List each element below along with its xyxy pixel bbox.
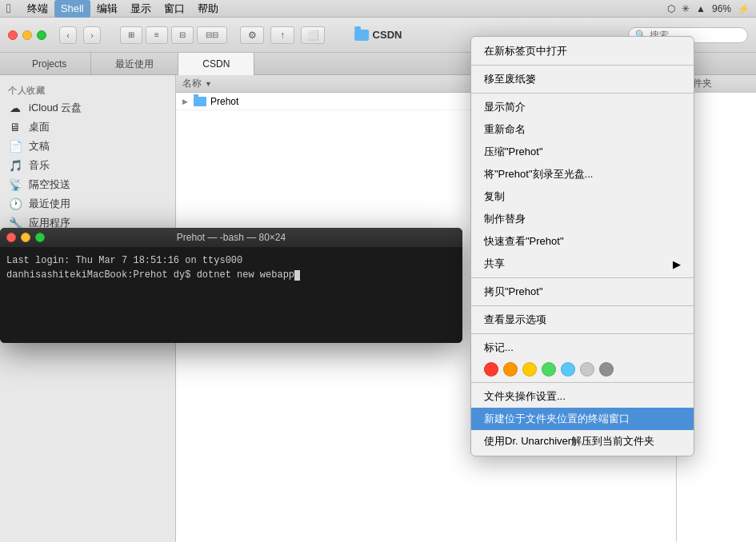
- wifi-icon: ▲: [696, 3, 706, 14]
- ctx-alias[interactable]: 制作替身: [471, 208, 694, 230]
- ctx-separator-3: [471, 277, 694, 278]
- terminal-line-2: danhisashitekiMacBook:Prehot dy$ dotnet …: [6, 268, 456, 282]
- share-button[interactable]: ↑: [270, 26, 294, 44]
- color-green[interactable]: [542, 362, 556, 377]
- ctx-separator-2: [471, 93, 694, 94]
- sidebar-label-desktop: 桌面: [29, 120, 50, 134]
- ctx-separator-5: [471, 333, 694, 334]
- menubar-status: ⬡ ✳ ▲ 96% ⚡: [667, 3, 750, 14]
- traffic-lights: [8, 30, 46, 40]
- bluetooth-icon: ✳: [682, 3, 690, 14]
- window-title: CSDN: [373, 29, 402, 41]
- icloud-icon: ☁: [8, 102, 22, 114]
- action-button[interactable]: ⚙: [240, 26, 264, 44]
- tab-recent[interactable]: 最近使用: [91, 53, 178, 75]
- menubar-terminal[interactable]: 终端: [21, 0, 54, 18]
- terminal-maximize-button[interactable]: [35, 233, 45, 242]
- ctx-trash[interactable]: 移至废纸篓: [471, 68, 694, 90]
- menubar:  终端 Shell 编辑 显示 窗口 帮助 ⬡ ✳ ▲ 96% ⚡: [0, 0, 756, 18]
- ctx-folder-actions[interactable]: 文件夹操作设置...: [471, 385, 694, 408]
- terminal-cursor: [294, 270, 300, 281]
- view-controls: ⊞ ≡ ⊟ ⊟⊟: [120, 26, 227, 44]
- forward-button[interactable]: ›: [83, 26, 101, 44]
- color-gray-light[interactable]: [580, 362, 594, 377]
- file-name: Prehot: [210, 96, 238, 107]
- expand-arrow-icon[interactable]: ▶: [182, 98, 188, 106]
- ctx-share[interactable]: 共享 ▶: [471, 253, 694, 275]
- terminal-body[interactable]: Last login: Thu Mar 7 18:51:16 on ttys00…: [0, 247, 462, 343]
- maximize-button[interactable]: [37, 30, 46, 40]
- list-view-btn[interactable]: ≡: [146, 26, 168, 44]
- documents-icon: 📄: [8, 140, 22, 153]
- ctx-copy[interactable]: 复制: [471, 185, 694, 208]
- ctx-unarchiver[interactable]: 使用Dr. Unarchiver解压到当前文件夹: [471, 430, 694, 452]
- terminal-prompt: danhisashitekiMacBook:Prehot dy$ dotnet …: [6, 269, 294, 281]
- battery-level: 96%: [712, 3, 731, 14]
- sidebar-label-icloud: iCloud 云盘: [29, 101, 82, 115]
- col-name-label: 名称: [182, 77, 202, 90]
- icon-view-btn[interactable]: ⊞: [120, 26, 142, 44]
- ctx-share-label: 共享: [484, 257, 505, 271]
- folder-icon: [194, 97, 206, 106]
- sort-arrow-icon: ▼: [205, 80, 212, 88]
- minimize-button[interactable]: [22, 30, 32, 40]
- terminal-line-1: Last login: Thu Mar 7 18:51:16 on ttys00…: [6, 253, 456, 268]
- ctx-info[interactable]: 显示简介: [471, 96, 694, 118]
- ctx-separator-1: [471, 65, 694, 66]
- color-yellow[interactable]: [522, 362, 537, 377]
- cover-flow-btn[interactable]: ⊟⊟: [197, 26, 227, 44]
- ctx-separator-6: [471, 382, 694, 383]
- ctx-compress[interactable]: 压缩"Prehot": [471, 141, 694, 163]
- ctx-tag[interactable]: 标记...: [471, 337, 694, 359]
- ctx-new-terminal[interactable]: 新建位于文件夹位置的终端窗口: [471, 408, 694, 430]
- col-header-name[interactable]: 名称 ▼: [176, 75, 480, 92]
- ctx-quick-look[interactable]: 快速查看"Prehot": [471, 230, 694, 253]
- sidebar-item-airdrop[interactable]: 📡 隔空投送: [0, 175, 175, 194]
- menubar-view[interactable]: 显示: [124, 0, 158, 18]
- context-menu: 在新标签页中打开 移至废纸篓 显示简介 重新命名 压缩"Prehot" 将"Pr…: [470, 36, 694, 456]
- back-button[interactable]: ‹: [59, 26, 77, 44]
- menubar-help[interactable]: 帮助: [191, 0, 225, 18]
- sidebar-label-airdrop: 隔空投送: [29, 177, 70, 192]
- airdrop-icon: 📡: [8, 178, 22, 191]
- sidebar-item-documents[interactable]: 📄 文稿: [0, 137, 175, 156]
- terminal-minimize-button[interactable]: [21, 233, 30, 242]
- ctx-copy-prehot[interactable]: 拷贝"Prehot": [471, 281, 694, 303]
- ctx-open-tab[interactable]: 在新标签页中打开: [471, 40, 694, 62]
- toolbar-title: CSDN: [354, 29, 402, 41]
- file-name-cell: ▶ Prehot: [176, 93, 480, 110]
- tab-projects[interactable]: Projects: [8, 53, 91, 75]
- apple-menu[interactable]: : [6, 2, 11, 16]
- terminal-window: Prehot — -bash — 80×24 Last login: Thu M…: [0, 228, 462, 343]
- ctx-view-options[interactable]: 查看显示选项: [471, 309, 694, 331]
- sidebar-item-icloud[interactable]: ☁ iCloud 云盘: [0, 98, 175, 118]
- music-icon: 🎵: [8, 159, 22, 172]
- close-button[interactable]: [8, 30, 18, 40]
- menubar-window[interactable]: 窗口: [158, 0, 191, 18]
- sidebar-label-music: 音乐: [29, 158, 50, 173]
- tab-csdn[interactable]: CSDN: [178, 53, 254, 75]
- menubar-edit[interactable]: 编辑: [90, 0, 124, 18]
- color-red[interactable]: [484, 362, 498, 377]
- sidebar-label-documents: 文稿: [29, 139, 50, 153]
- tag-button[interactable]: ⬜: [301, 26, 325, 44]
- sidebar-item-music[interactable]: 🎵 音乐: [0, 156, 175, 175]
- color-gray-dark[interactable]: [599, 362, 614, 377]
- ctx-color-picker[interactable]: [471, 359, 694, 380]
- sidebar-item-desktop[interactable]: 🖥 桌面: [0, 118, 175, 137]
- folder-icon: [354, 30, 369, 41]
- tabs: Projects 最近使用 CSDN: [8, 53, 254, 75]
- airplay-icon: ⬡: [667, 3, 675, 14]
- ctx-separator-4: [471, 305, 694, 306]
- menubar-shell[interactable]: Shell: [54, 0, 90, 18]
- sidebar-item-recent[interactable]: 🕐 最近使用: [0, 194, 175, 213]
- column-view-btn[interactable]: ⊟: [171, 26, 194, 44]
- submenu-arrow-icon: ▶: [673, 258, 681, 270]
- sidebar-label-recent: 最近使用: [29, 197, 70, 211]
- color-orange[interactable]: [503, 362, 518, 377]
- terminal-close-button[interactable]: [6, 233, 16, 242]
- color-blue[interactable]: [561, 362, 575, 377]
- ctx-rename[interactable]: 重新命名: [471, 118, 694, 141]
- sidebar-section-title: 个人收藏: [0, 82, 175, 98]
- ctx-burn[interactable]: 将"Prehot"刻录至光盘...: [471, 163, 694, 185]
